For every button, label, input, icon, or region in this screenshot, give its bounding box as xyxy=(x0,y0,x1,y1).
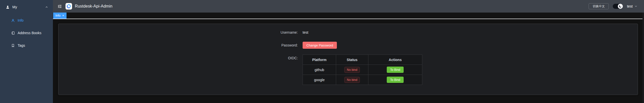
chevron-up-icon xyxy=(45,6,48,9)
status-cell: No bind xyxy=(336,65,368,75)
table-header-row: Platform Status Actions xyxy=(303,55,422,65)
status-badge: No bind xyxy=(344,67,360,73)
sidebar-item-label: Info xyxy=(18,18,23,22)
sidebar: My Info Address Books Tags xyxy=(0,0,53,103)
tab-info[interactable]: Info × xyxy=(53,13,67,19)
chevron-down-icon xyxy=(634,5,637,8)
user-outline-icon xyxy=(11,19,15,22)
close-icon[interactable]: × xyxy=(62,14,64,17)
tab-label: Info xyxy=(55,14,60,17)
to-bind-button[interactable]: To Bind xyxy=(387,67,403,73)
rustdesk-logo xyxy=(66,3,72,10)
table-row: google No bind To Bind xyxy=(303,75,422,85)
to-bind-button[interactable]: To Bind xyxy=(387,77,403,83)
platform-cell: github xyxy=(303,65,336,75)
sidebar-item-address-books[interactable]: Address Books xyxy=(0,27,53,39)
switch-language-button[interactable]: 切换中文 xyxy=(589,3,609,9)
username-row: Username: test xyxy=(273,29,422,36)
dark-mode-toggle[interactable] xyxy=(613,4,623,9)
username-value: test xyxy=(303,29,308,36)
oidc-row: OIDC: Platform Status Actions github xyxy=(273,55,422,85)
info-panel: Username: test Password: Change Password… xyxy=(58,24,638,95)
sidebar-item-label: Tags xyxy=(18,43,25,47)
status-column-header: Status xyxy=(336,55,368,65)
oidc-table: Platform Status Actions github No bind xyxy=(303,55,422,85)
app-title: Rustdesk-Api-Admin xyxy=(75,4,112,9)
notebook-icon xyxy=(11,31,15,35)
user-menu[interactable]: test xyxy=(627,4,637,8)
user-filled-icon xyxy=(6,5,10,9)
sidebar-group-my[interactable]: My xyxy=(0,0,53,14)
table-row: github No bind To Bind xyxy=(303,65,422,75)
password-label: Password: xyxy=(273,42,303,49)
main-content: Username: test Password: Change Password… xyxy=(53,19,644,103)
sidebar-item-info[interactable]: Info xyxy=(0,14,53,27)
tab-bar: Info × xyxy=(53,13,644,19)
actions-column-header: Actions xyxy=(368,55,422,65)
sidebar-item-tags[interactable]: Tags xyxy=(0,39,53,52)
scrollbar-track[interactable] xyxy=(642,13,644,103)
status-badge: No bind xyxy=(344,77,360,83)
user-menu-label: test xyxy=(627,4,633,8)
bookmark-icon xyxy=(11,44,15,47)
topbar-right: 切换中文 test xyxy=(589,3,637,9)
oidc-label: OIDC: xyxy=(273,55,303,62)
change-password-button[interactable]: Change Password xyxy=(303,42,337,49)
status-cell: No bind xyxy=(336,75,368,85)
platform-cell: google xyxy=(303,75,336,85)
actions-cell: To Bind xyxy=(368,65,422,75)
menu-fold-icon[interactable] xyxy=(58,4,62,9)
user-info-form: Username: test Password: Change Password… xyxy=(273,29,422,91)
sidebar-item-label: Address Books xyxy=(18,31,41,35)
sidebar-group-label: My xyxy=(12,5,17,9)
moon-icon xyxy=(618,4,623,9)
password-row: Password: Change Password xyxy=(273,42,422,49)
top-navbar: Rustdesk-Api-Admin 切换中文 test xyxy=(53,0,644,13)
username-label: Username: xyxy=(273,29,303,36)
actions-cell: To Bind xyxy=(368,75,422,85)
platform-column-header: Platform xyxy=(303,55,336,65)
